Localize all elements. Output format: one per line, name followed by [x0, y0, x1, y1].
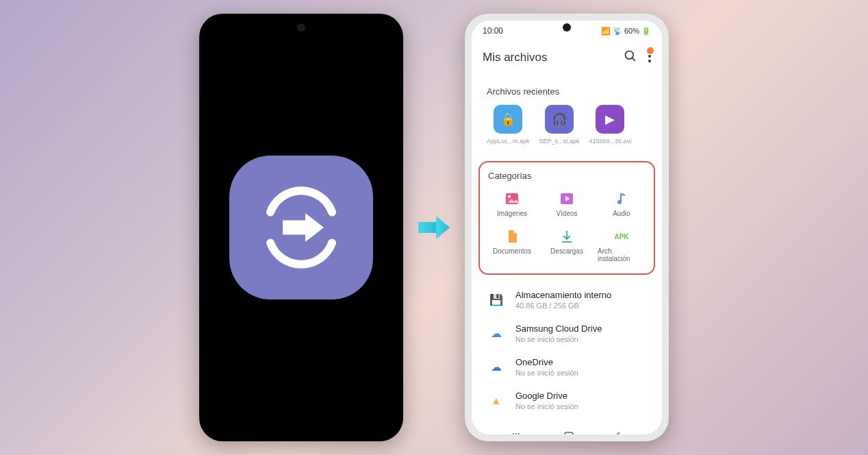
video-icon [561, 192, 573, 206]
svg-point-10 [508, 195, 511, 198]
recent-file-icon: 🔒 [494, 105, 522, 134]
category-item-doc[interactable]: Documentos [488, 230, 536, 262]
recent-file-label: 415669...36.avi [589, 138, 632, 145]
svg-marker-3 [436, 216, 450, 239]
storage-item[interactable]: ▲Google DriveNo se inició sesión [481, 384, 652, 417]
quick-share-icon [229, 156, 373, 299]
storage-icon: ☁ [487, 358, 506, 377]
recent-file-icon: 🎧 [545, 105, 574, 134]
search-icon[interactable] [624, 49, 637, 66]
categories-title: Categorías [488, 171, 646, 181]
recent-files-section: Archivos recientes 🔒AppLoc...m.apk🎧SEP_s… [478, 78, 655, 153]
apk-icon: APK [614, 230, 628, 243]
svg-rect-20 [565, 432, 573, 434]
svg-marker-1 [305, 213, 324, 242]
nav-bar [472, 421, 662, 434]
recent-item[interactable]: 🎧SEP_s...st.apk [539, 105, 580, 145]
storage-section: 💾Almacenamiento interno40.86 GB / 256 GB… [478, 283, 655, 417]
storage-title: Google Drive [515, 391, 578, 401]
storage-subtitle: No se inició sesión [515, 335, 602, 343]
camera-hole [563, 23, 571, 32]
storage-title: Samsung Cloud Drive [515, 323, 602, 334]
category-label: Descargas [550, 247, 583, 255]
category-label: Arch. instalación [598, 247, 646, 262]
category-item-image[interactable]: Imágenes [488, 192, 536, 217]
camera-hole [297, 23, 305, 32]
recent-file-label: AppLoc...m.apk [487, 138, 530, 145]
category-item-audio[interactable]: Audio [598, 192, 646, 217]
phone-right: 10:00 📶 📡 60% 🔋 Mis archivos [465, 14, 669, 441]
storage-item[interactable]: 💾Almacenamiento interno40.86 GB / 256 GB [481, 283, 652, 317]
storage-icon: 💾 [487, 291, 506, 310]
signal-icon: 📡 [613, 27, 622, 36]
recent-item[interactable]: 🔒AppLoc...m.apk [487, 105, 530, 145]
storage-icon: ▲ [487, 391, 506, 410]
image-icon [506, 192, 518, 206]
recent-title: Archivos recientes [487, 86, 647, 97]
wifi-icon: 📶 [601, 27, 611, 36]
svg-point-14 [617, 200, 622, 204]
category-item-download[interactable]: Descargas [543, 230, 591, 262]
more-icon[interactable] [648, 50, 651, 65]
svg-point-7 [648, 55, 651, 58]
battery-icon: 🔋 [641, 27, 651, 36]
apk-icon: APK [614, 233, 628, 241]
svg-rect-2 [418, 222, 437, 233]
doc-icon [507, 230, 517, 243]
storage-subtitle: No se inició sesión [515, 369, 578, 377]
phone-left [199, 14, 403, 441]
download-icon [561, 230, 572, 243]
categories-section: Categorías ImágenesVídeosAudioDocumentos… [478, 161, 655, 275]
notification-badge [647, 47, 654, 54]
phone-right-screen: 10:00 📶 📡 60% 🔋 Mis archivos [472, 21, 662, 434]
page-title: Mis archivos [483, 51, 547, 64]
svg-line-5 [633, 58, 635, 61]
nav-recents[interactable] [512, 432, 524, 434]
storage-subtitle: No se inició sesión [515, 402, 578, 410]
category-item-apk[interactable]: APKArch. instalación [598, 230, 646, 262]
category-label: Imágenes [497, 210, 527, 217]
status-time: 10:00 [483, 26, 503, 36]
storage-title: OneDrive [515, 357, 578, 367]
phone-left-screen [206, 21, 396, 434]
svg-rect-0 [283, 221, 307, 235]
category-label: Vídeos [556, 210, 577, 217]
recent-file-icon: ▶ [596, 105, 624, 134]
storage-item[interactable]: ☁OneDriveNo se inició sesión [481, 350, 652, 384]
storage-item[interactable]: ☁Samsung Cloud DriveNo se inició sesión [481, 317, 652, 350]
storage-subtitle: 40.86 GB / 256 GB [515, 302, 611, 310]
svg-point-8 [648, 60, 651, 62]
recent-file-label: SEP_s...st.apk [539, 138, 580, 145]
nav-home[interactable] [563, 431, 574, 434]
recent-item[interactable]: ▶415669...36.avi [589, 105, 632, 145]
storage-icon: ☁ [487, 324, 506, 343]
category-item-video[interactable]: Vídeos [543, 192, 591, 217]
category-label: Documentos [493, 247, 531, 255]
nav-back[interactable] [613, 431, 622, 434]
storage-title: Almacenamiento interno [515, 290, 611, 300]
app-header: Mis archivos [472, 41, 662, 74]
audio-icon [617, 192, 626, 206]
arrow-icon [417, 210, 451, 245]
svg-point-4 [626, 51, 634, 60]
category-label: Audio [613, 210, 630, 217]
battery-text: 60% [624, 27, 639, 35]
